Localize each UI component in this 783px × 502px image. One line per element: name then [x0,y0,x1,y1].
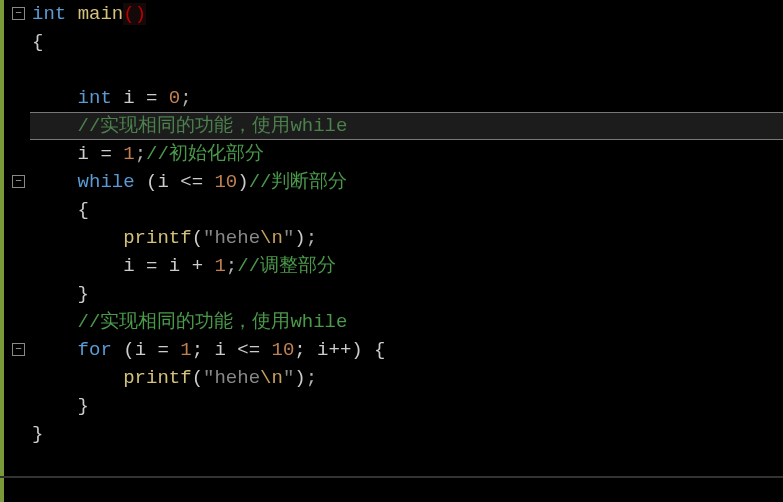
fold-toggle[interactable] [12,7,25,20]
brace: { [78,199,89,221]
number: 1 [214,255,225,277]
code-line[interactable]: { [32,196,783,224]
escape: \n [260,227,283,249]
number: 10 [271,339,294,361]
function-call: printf [123,227,191,249]
code-line[interactable]: //实现相同的功能，使用while [32,308,783,336]
comment: //判断部分 [249,171,348,193]
code-line[interactable]: printf("hehe\n"); [32,364,783,392]
brace: } [78,395,89,417]
code-line[interactable]: { [32,28,783,56]
paren: () [123,3,146,25]
code-line[interactable]: i = 1;//初始化部分 [32,140,783,168]
code-line[interactable]: } [32,420,783,448]
comment: //实现相同的功能，使用while [78,115,348,137]
code-line[interactable]: while (i <= 10)//判断部分 [32,168,783,196]
code-line[interactable]: } [32,280,783,308]
number: 10 [214,171,237,193]
fold-gutter [0,0,30,502]
fold-toggle[interactable] [12,343,25,356]
code-line[interactable]: printf("hehe\n"); [32,224,783,252]
brace: } [32,423,43,445]
code-line[interactable]: } [32,392,783,420]
editor-border [0,476,783,478]
code-line[interactable]: //实现相同的功能，使用while [32,112,783,140]
keyword: int [32,3,66,25]
code-line[interactable]: int main() [32,0,783,28]
function-name: main [78,3,124,25]
keyword: while [78,171,135,193]
brace: } [78,283,89,305]
code-line[interactable] [32,56,783,84]
number: 0 [169,87,180,109]
code-line[interactable]: int i = 0; [32,84,783,112]
escape: \n [260,367,283,389]
brace: { [32,31,43,53]
string: "hehe [203,227,260,249]
function-call: printf [123,367,191,389]
keyword: for [78,339,112,361]
keyword: int [78,87,112,109]
code-editor[interactable]: int main() { int i = 0; //实现相同的功能，使用whil… [0,0,783,502]
code-area[interactable]: int main() { int i = 0; //实现相同的功能，使用whil… [30,0,783,502]
string: "hehe [203,367,260,389]
number: 1 [123,143,134,165]
comment: //初始化部分 [146,143,264,165]
code-line[interactable]: i = i + 1;//调整部分 [32,252,783,280]
fold-toggle[interactable] [12,175,25,188]
comment: //调整部分 [237,255,336,277]
comment: //实现相同的功能，使用while [78,311,348,333]
number: 1 [180,339,191,361]
code-line[interactable]: for (i = 1; i <= 10; i++) { [32,336,783,364]
